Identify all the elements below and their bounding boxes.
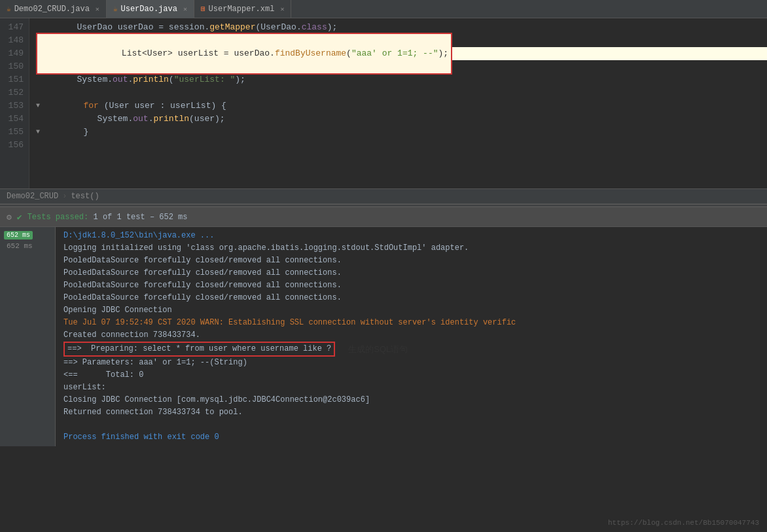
console-line-pool3: PooledDataSource forcefully closed/remov… bbox=[63, 279, 759, 292]
console-line-created: Created connection 738433734. bbox=[63, 329, 759, 342]
console-area: 652 ms 652 ms D:\jdk1.8.0_152\bin\java.e… bbox=[0, 227, 767, 446]
java-icon-2: ☕ bbox=[113, 5, 118, 13]
time-badge: 652 ms bbox=[4, 231, 33, 239]
code-content[interactable]: UserDao userDao = session.getMapper(User… bbox=[29, 18, 767, 188]
console-line-empty bbox=[63, 419, 759, 431]
tab-usermapper-label: UserMapper.xml bbox=[209, 5, 275, 14]
console-line-params: ==> Parameters: aaa' or 1=1; --(String) bbox=[63, 357, 759, 369]
test-header: ⚙ ✔ Tests passed: 1 of 1 test – 652 ms bbox=[0, 207, 767, 227]
code-line-154: System.out.println(user); bbox=[36, 113, 767, 126]
tab-usermapper[interactable]: ⊞ UserMapper.xml ✕ bbox=[194, 0, 291, 18]
test-count: 1 of 1 test – 652 ms bbox=[93, 213, 187, 222]
java-icon: ☕ bbox=[7, 5, 11, 13]
code-line-155: ▼ } bbox=[36, 126, 767, 139]
console-line-userlist: userList: bbox=[63, 381, 759, 394]
console-line-closing: Closing JDBC Connection [com.mysql.jdbc.… bbox=[63, 394, 759, 406]
console-line-pool2: PooledDataSource forcefully closed/remov… bbox=[63, 267, 759, 279]
console-output[interactable]: D:\jdk1.8.0_152\bin\java.exe ... Logging… bbox=[56, 227, 767, 446]
tab-demo02-label: Demo02_CRUD.java bbox=[14, 5, 90, 14]
console-line-total: <== Total: 0 bbox=[63, 369, 759, 381]
fold-icon-155[interactable]: ▼ bbox=[36, 126, 40, 139]
tab-bar: ☕ Demo02_CRUD.java ✕ ☕ UserDao.java ✕ ⊞ … bbox=[0, 0, 767, 18]
sql-preparing: ==> Preparing: select * from user where … bbox=[63, 342, 335, 357]
tab-usermapper-close[interactable]: ✕ bbox=[280, 5, 284, 13]
xml-icon: ⊞ bbox=[201, 5, 205, 13]
console-line-process: Process finished with exit code 0 bbox=[63, 431, 759, 444]
tab-demo02-close[interactable]: ✕ bbox=[96, 5, 99, 13]
console-sidebar: 652 ms 652 ms bbox=[0, 227, 56, 446]
tab-userdao[interactable]: ☕ UserDao.java ✕ bbox=[107, 0, 194, 18]
console-line-warn: Tue Jul 07 19:52:49 CST 2020 WARN: Estab… bbox=[63, 317, 759, 329]
console-line-sql: ==> Preparing: select * from user where … bbox=[63, 342, 759, 357]
fold-icon-153[interactable]: ▼ bbox=[36, 99, 40, 113]
check-icon: ✔ bbox=[17, 212, 22, 222]
code-editor: 147 148 149 150 151 152 153 154 155 156 … bbox=[0, 18, 767, 188]
breadcrumb: Demo02_CRUD › test() bbox=[0, 188, 767, 204]
test-pass-label: Tests passed: bbox=[27, 213, 94, 222]
console-line-opening: Opening JDBC Connection bbox=[63, 304, 759, 317]
tab-userdao-label: UserDao.java bbox=[121, 5, 177, 14]
gear-icon[interactable]: ⚙ bbox=[7, 212, 12, 222]
console-line-logging: Logging initialized using 'class org.apa… bbox=[63, 242, 759, 255]
code-line-150 bbox=[36, 60, 767, 73]
code-line-147: UserDao userDao = session.getMapper(User… bbox=[36, 21, 767, 34]
tab-userdao-close[interactable]: ✕ bbox=[183, 5, 187, 13]
watermark: https://blog.csdn.net/Bb15070047743 bbox=[608, 519, 759, 527]
test-panel: ⚙ ✔ Tests passed: 1 of 1 test – 652 ms bbox=[0, 207, 767, 227]
code-line-153: ▼ for (User user : userList) { bbox=[36, 99, 767, 113]
console-time-badge: 652 ms bbox=[0, 230, 55, 241]
sql-annotation: 生成的SQL语句 bbox=[348, 343, 408, 355]
code-line-156 bbox=[36, 139, 767, 152]
breadcrumb-sep: › bbox=[62, 192, 67, 201]
test-status: Tests passed: 1 of 1 test – 652 ms bbox=[27, 213, 188, 222]
breadcrumb-class[interactable]: Demo02_CRUD bbox=[7, 192, 58, 201]
tab-demo02[interactable]: ☕ Demo02_CRUD.java ✕ bbox=[0, 0, 107, 18]
breadcrumb-method[interactable]: test() bbox=[71, 192, 99, 201]
console-line-pool4: PooledDataSource forcefully closed/remov… bbox=[63, 292, 759, 304]
code-line-149: List<User> userList = userDao.findByUser… bbox=[36, 47, 767, 60]
console-line-jdk: D:\jdk1.8.0_152\bin\java.exe ... bbox=[63, 230, 759, 242]
code-line-151: System.out.println("userList: "); bbox=[36, 73, 767, 86]
console-time-plain: 652 ms bbox=[0, 241, 55, 251]
line-numbers: 147 148 149 150 151 152 153 154 155 156 bbox=[0, 18, 29, 188]
console-line-pool1: PooledDataSource forcefully closed/remov… bbox=[63, 255, 759, 267]
code-line-152 bbox=[36, 86, 767, 99]
console-line-returned: Returned connection 738433734 to pool. bbox=[63, 406, 759, 419]
